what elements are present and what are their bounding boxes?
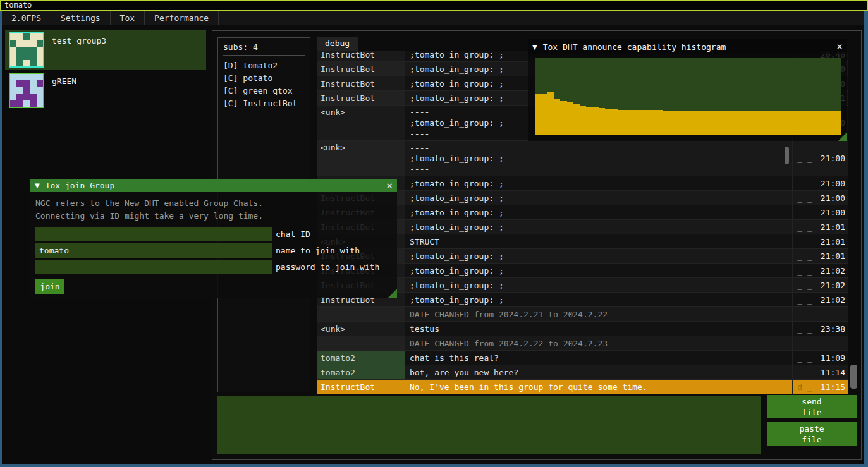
histogram-bar bbox=[637, 110, 644, 135]
message-text: ;tomato_in_group: ; bbox=[405, 220, 793, 234]
message-status: _ _ bbox=[793, 191, 817, 205]
join-button[interactable]: join bbox=[35, 279, 64, 294]
group-item-green[interactable]: gREEN bbox=[5, 71, 206, 110]
menu-item-tox[interactable]: Tox bbox=[111, 11, 145, 25]
histogram-bar bbox=[625, 110, 631, 135]
message-text: STRUCT bbox=[405, 234, 793, 248]
avatar-pixel bbox=[10, 80, 16, 87]
avatar-pixel bbox=[10, 87, 16, 94]
paste-file-label-2: file bbox=[767, 434, 857, 445]
date-changed-row[interactable]: DATE CHANGED from 2024.2.21 to 2024.2.22 bbox=[317, 307, 848, 322]
histogram-bar bbox=[580, 106, 586, 135]
menu-bar: 2.0FPSSettingsToxPerformance bbox=[2, 11, 864, 25]
group-avatar bbox=[9, 73, 44, 108]
tab-debug[interactable]: debug bbox=[317, 37, 358, 51]
field-row-chat-id: chat ID bbox=[35, 226, 392, 242]
menu-item-performance[interactable]: Performance bbox=[145, 11, 219, 25]
message-sender bbox=[317, 307, 405, 321]
histogram-bar bbox=[784, 111, 790, 135]
window-border-left bbox=[0, 11, 2, 467]
paste-file-button[interactable]: paste file bbox=[767, 422, 857, 446]
resize-grip-icon[interactable] bbox=[388, 289, 397, 298]
histogram-bar bbox=[688, 111, 695, 135]
message-row[interactable]: tomato2chat is this real?_ _11:09 bbox=[317, 351, 848, 365]
avatar-pixel bbox=[23, 47, 30, 53]
chat-id-input[interactable] bbox=[35, 227, 272, 241]
histogram-bar bbox=[714, 111, 720, 135]
histogram-bar bbox=[829, 111, 835, 135]
avatar-pixel bbox=[23, 100, 30, 107]
avatar-pixel bbox=[10, 94, 16, 100]
window-titlebar: tomato bbox=[0, 0, 868, 11]
close-icon[interactable]: × bbox=[836, 42, 843, 52]
close-icon[interactable]: × bbox=[386, 181, 393, 191]
send-file-button[interactable]: send file bbox=[767, 395, 857, 418]
message-timestamp bbox=[817, 307, 848, 321]
menu-item-settings[interactable]: Settings bbox=[51, 11, 111, 25]
message-status: _ _ bbox=[793, 293, 817, 306]
message-status: _ _ bbox=[793, 322, 817, 336]
histogram-bar bbox=[810, 111, 816, 135]
message-row[interactable]: <unk>---- ;tomato_in_group: ; ----_ _21:… bbox=[317, 141, 848, 176]
avatar-pixel bbox=[23, 40, 30, 46]
message-row[interactable]: InstructBotNo, I've been in this group f… bbox=[317, 380, 848, 394]
histogram-window: ▼ Tox DHT announce capability histogram … bbox=[528, 39, 847, 141]
message-sender: InstructBot bbox=[317, 62, 405, 76]
avatar-pixel bbox=[37, 94, 43, 100]
histogram-bar bbox=[631, 110, 637, 135]
message-text: ;tomato_in_group: ; bbox=[405, 205, 793, 219]
paste-file-label-1: paste bbox=[767, 423, 857, 434]
message-status: _ _ bbox=[793, 141, 817, 176]
subscribers-list: [D] tomato2[C] potato[C] green_qtox[C] I… bbox=[223, 59, 305, 110]
histogram-bar bbox=[656, 110, 663, 135]
collapse-arrow-icon[interactable]: ▼ bbox=[35, 182, 40, 189]
date-changed-row[interactable]: DATE CHANGED from 2024.2.22 to 2024.2.23 bbox=[317, 336, 848, 351]
message-status bbox=[793, 336, 817, 350]
avatar-pixel bbox=[37, 87, 43, 94]
histogram-bar bbox=[740, 111, 746, 135]
histogram-bar bbox=[759, 111, 765, 135]
message-input[interactable] bbox=[217, 396, 761, 454]
avatar-pixel bbox=[16, 94, 23, 100]
avatar-pixel bbox=[37, 60, 43, 66]
separator bbox=[223, 55, 305, 56]
group-avatar bbox=[9, 32, 44, 68]
chat-scrollbar-thumb-secondary[interactable] bbox=[785, 147, 789, 164]
subscriber-green_qtox[interactable]: [C] green_qtox bbox=[223, 85, 305, 97]
join-group-titlebar[interactable]: ▼ Tox join Group × bbox=[30, 179, 397, 192]
group-name-label: test_group3 bbox=[52, 36, 106, 45]
avatar-pixel bbox=[16, 33, 23, 40]
send-file-label-1: send bbox=[767, 396, 857, 407]
message-sender: InstructBot bbox=[317, 380, 405, 394]
message-timestamp: 21:00 bbox=[817, 191, 848, 205]
subscriber-tomato2[interactable]: [D] tomato2 bbox=[223, 59, 305, 72]
avatar-pixel bbox=[37, 80, 43, 87]
subscriber-potato[interactable]: [C] potato bbox=[223, 72, 305, 85]
name-to-join-with-input[interactable]: tomato bbox=[35, 243, 272, 258]
avatar-pixel bbox=[16, 80, 23, 87]
group-item-test_group3[interactable]: test_group3 bbox=[5, 30, 206, 70]
avatar-pixel bbox=[30, 100, 36, 107]
avatar-pixel bbox=[16, 74, 23, 80]
message-row[interactable]: <unk>testus_ _23:38 bbox=[317, 322, 848, 336]
message-timestamp: 11:15 bbox=[817, 380, 848, 394]
message-timestamp: 21:02 bbox=[817, 278, 848, 292]
collapse-arrow-icon[interactable]: ▼ bbox=[532, 44, 537, 51]
message-text: ;tomato_in_group: ; bbox=[405, 264, 793, 277]
histogram-bar bbox=[541, 94, 547, 135]
password-to-join-with-input[interactable] bbox=[35, 260, 272, 274]
message-timestamp: 21:00 bbox=[817, 176, 848, 190]
message-text: ;tomato_in_group: ; bbox=[405, 249, 793, 263]
histogram-bar bbox=[650, 110, 656, 135]
message-status: _ _ bbox=[793, 278, 817, 292]
join-description-line2: Connecting via ID might take a very long… bbox=[35, 210, 392, 222]
message-row[interactable]: tomato2bot, are you new here?_ _11:14 bbox=[317, 365, 848, 380]
avatar-pixel bbox=[23, 33, 30, 40]
subscriber-instructbot[interactable]: [C] InstructBot bbox=[223, 97, 305, 110]
histogram-window-titlebar[interactable]: ▼ Tox DHT announce capability histogram … bbox=[528, 39, 847, 54]
message-sender bbox=[317, 336, 405, 350]
chat-scrollbar-thumb[interactable] bbox=[850, 365, 857, 389]
message-status: d _ bbox=[793, 380, 817, 394]
resize-grip-icon[interactable] bbox=[838, 132, 847, 141]
histogram-bar bbox=[707, 111, 714, 135]
